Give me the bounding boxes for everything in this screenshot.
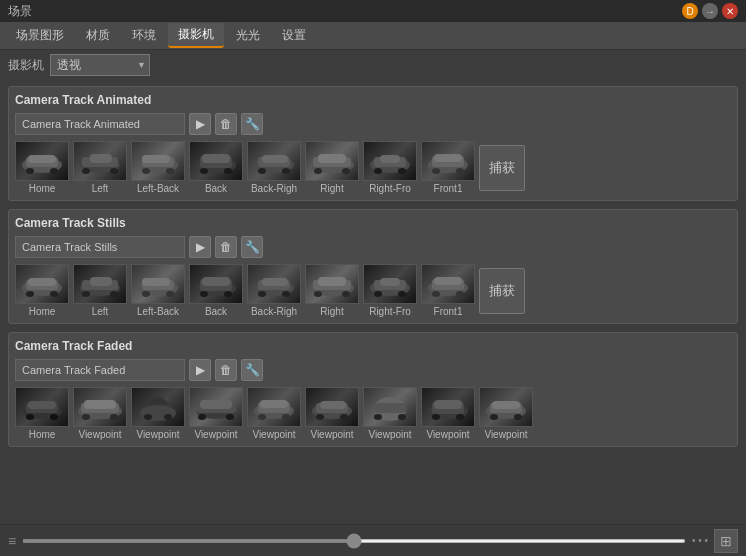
thumb-label-vp7-faded: Viewpoint bbox=[426, 429, 469, 440]
svg-point-23 bbox=[282, 168, 290, 174]
thumb-img-right-animated[interactable] bbox=[305, 141, 359, 181]
thumb-img-vp1-faded[interactable] bbox=[73, 387, 127, 427]
svg-point-42 bbox=[26, 291, 34, 297]
svg-point-73 bbox=[398, 291, 406, 297]
svg-rect-34 bbox=[380, 155, 400, 163]
menu-camera[interactable]: 摄影机 bbox=[168, 23, 224, 48]
svg-point-12 bbox=[142, 168, 150, 174]
thumb-img-leftback-stills[interactable] bbox=[131, 264, 185, 304]
thumb-img-rightfront-stills[interactable] bbox=[363, 264, 417, 304]
settings-btn-stills[interactable]: 🔧 bbox=[241, 236, 263, 258]
menu-light[interactable]: 光光 bbox=[226, 24, 270, 47]
thumb-vp4-faded: Viewpoint bbox=[247, 387, 301, 440]
thumb-img-vp7-faded[interactable] bbox=[421, 387, 475, 427]
thumb-vp7-faded: Viewpoint bbox=[421, 387, 475, 440]
thumb-label-home-faded: Home bbox=[29, 429, 56, 440]
thumb-img-front1-stills[interactable] bbox=[421, 264, 475, 304]
thumb-img-backright-animated[interactable] bbox=[247, 141, 301, 181]
track-name-input-stills[interactable] bbox=[15, 236, 185, 258]
track-name-input-animated[interactable] bbox=[15, 113, 185, 135]
thumb-img-home-stills[interactable] bbox=[15, 264, 69, 304]
thumb-vp1-faded: Viewpoint bbox=[73, 387, 127, 440]
thumb-img-vp5-faded[interactable] bbox=[305, 387, 359, 427]
bottom-bar: ≡ • • • ⊞ bbox=[0, 524, 746, 556]
settings-btn-faded[interactable]: 🔧 bbox=[241, 359, 263, 381]
svg-point-111 bbox=[374, 414, 382, 420]
thumb-left-animated: Left bbox=[73, 141, 127, 194]
svg-point-38 bbox=[456, 168, 464, 174]
thumb-label-front1-stills: Front1 bbox=[434, 306, 463, 317]
thumb-home-stills: Home bbox=[15, 264, 69, 317]
thumb-img-vp8-faded[interactable] bbox=[479, 387, 533, 427]
svg-point-48 bbox=[110, 291, 118, 297]
thumb-img-leftback-animated[interactable] bbox=[131, 141, 185, 181]
svg-point-96 bbox=[198, 414, 206, 420]
svg-rect-14 bbox=[142, 155, 170, 163]
play-btn-stills[interactable]: ▶ bbox=[189, 236, 211, 258]
thumb-label-rightfront-animated: Right-Fro bbox=[369, 183, 411, 194]
svg-point-28 bbox=[342, 168, 350, 174]
svg-point-63 bbox=[282, 291, 290, 297]
svg-point-53 bbox=[166, 291, 174, 297]
thumb-img-left-animated[interactable] bbox=[73, 141, 127, 181]
track-section-animated: Camera Track Animated ▶ 🗑 🔧 Home bbox=[8, 86, 738, 201]
thumb-img-home-animated[interactable] bbox=[15, 141, 69, 181]
track-controls-faded: ▶ 🗑 🔧 bbox=[15, 359, 731, 381]
thumb-img-vp3-faded[interactable] bbox=[189, 387, 243, 427]
svg-point-33 bbox=[398, 168, 406, 174]
svg-point-13 bbox=[166, 168, 174, 174]
thumb-img-left-stills[interactable] bbox=[73, 264, 127, 304]
section-title-stills: Camera Track Stills bbox=[15, 216, 731, 230]
settings-btn-animated[interactable]: 🔧 bbox=[241, 113, 263, 135]
play-btn-faded[interactable]: ▶ bbox=[189, 359, 211, 381]
thumb-label-right-animated: Right bbox=[320, 183, 343, 194]
thumb-img-vp2-faded[interactable] bbox=[131, 387, 185, 427]
thumb-img-back-animated[interactable] bbox=[189, 141, 243, 181]
title-btn-arrow[interactable]: → bbox=[702, 3, 718, 19]
svg-point-92 bbox=[144, 414, 152, 420]
thumb-home-animated: Home bbox=[15, 141, 69, 194]
thumb-img-rightfront-animated[interactable] bbox=[363, 141, 417, 181]
play-btn-animated[interactable]: ▶ bbox=[189, 113, 211, 135]
capture-btn-stills[interactable]: 捕获 bbox=[479, 268, 525, 314]
delete-btn-faded[interactable]: 🗑 bbox=[215, 359, 237, 381]
thumb-img-vp6-faded[interactable] bbox=[363, 387, 417, 427]
svg-point-3 bbox=[50, 168, 58, 174]
grid-view-btn[interactable]: ⊞ bbox=[714, 529, 738, 553]
title-text: 场景 bbox=[8, 3, 32, 20]
thumb-img-right-stills[interactable] bbox=[305, 264, 359, 304]
thumb-label-vp3-faded: Viewpoint bbox=[194, 429, 237, 440]
thumb-img-home-faded[interactable] bbox=[15, 387, 69, 427]
svg-point-18 bbox=[224, 168, 232, 174]
thumb-img-front1-animated[interactable] bbox=[421, 141, 475, 181]
track-name-input-faded[interactable] bbox=[15, 359, 185, 381]
menu-material[interactable]: 材质 bbox=[76, 24, 120, 47]
thumbnails-row-faded: Home Viewpoint Viewpoint bbox=[15, 387, 731, 440]
thumbnails-row-stills: Home Left Left-Back bbox=[15, 264, 731, 317]
delete-btn-stills[interactable]: 🗑 bbox=[215, 236, 237, 258]
svg-rect-19 bbox=[202, 154, 230, 163]
scroll-area[interactable]: Camera Track Animated ▶ 🗑 🔧 Home bbox=[0, 80, 746, 524]
menu-bar: 场景图形 材质 环境 摄影机 光光 设置 bbox=[0, 22, 746, 50]
thumb-label-leftback-stills: Left-Back bbox=[137, 306, 179, 317]
svg-rect-64 bbox=[262, 278, 288, 286]
capture-btn-animated[interactable]: 捕获 bbox=[479, 145, 525, 191]
zoom-slider[interactable] bbox=[22, 539, 686, 543]
menu-scene-shape[interactable]: 场景图形 bbox=[6, 24, 74, 47]
title-btn-d[interactable]: D bbox=[682, 3, 698, 19]
thumb-img-vp4-faded[interactable] bbox=[247, 387, 301, 427]
title-btn-close[interactable]: ✕ bbox=[722, 3, 738, 19]
delete-btn-animated[interactable]: 🗑 bbox=[215, 113, 237, 135]
thumb-vp8-faded: Viewpoint bbox=[479, 387, 533, 440]
menu-settings[interactable]: 设置 bbox=[272, 24, 316, 47]
svg-point-93 bbox=[164, 414, 172, 420]
svg-point-7 bbox=[82, 168, 90, 174]
menu-environment[interactable]: 环境 bbox=[122, 24, 166, 47]
thumb-img-back-stills[interactable] bbox=[189, 264, 243, 304]
svg-rect-84 bbox=[28, 401, 56, 409]
camera-select[interactable]: 透视 bbox=[50, 54, 150, 76]
svg-rect-59 bbox=[202, 277, 230, 286]
thumb-img-backright-stills[interactable] bbox=[247, 264, 301, 304]
svg-rect-69 bbox=[318, 277, 346, 286]
thumb-label-back-animated: Back bbox=[205, 183, 227, 194]
